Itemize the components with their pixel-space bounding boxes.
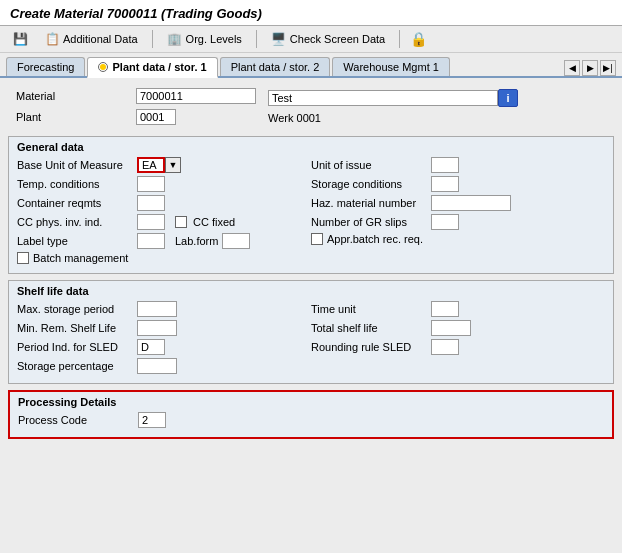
batch-mgmt-checkbox[interactable] <box>17 252 29 264</box>
material-input[interactable] <box>136 88 256 104</box>
toolbar-divider3 <box>399 30 400 48</box>
save-icon: 💾 <box>12 31 28 47</box>
rounding-rule-label: Rounding rule SLED <box>311 341 431 353</box>
temp-conditions-label: Temp. conditions <box>17 178 137 190</box>
lab-form-input[interactable] <box>222 233 250 249</box>
description-input[interactable] <box>268 90 498 106</box>
gr-slips-input[interactable] <box>431 214 459 230</box>
general-data-title: General data <box>17 141 605 153</box>
base-uom-select-button[interactable]: ▼ <box>165 157 181 173</box>
time-unit-label: Time unit <box>311 303 431 315</box>
batch-mgmt-label: Batch management <box>33 252 128 264</box>
plant-field-row: Plant <box>16 109 256 125</box>
cc-phys-input[interactable] <box>137 214 165 230</box>
additional-data-button[interactable]: 📋 Additional Data <box>40 29 142 49</box>
process-code-row: Process Code <box>18 412 604 428</box>
general-data-left: Base Unit of Measure ▼ Temp. conditions … <box>17 157 311 267</box>
cc-fixed-label: CC fixed <box>193 216 235 228</box>
tab-radio-dot <box>100 64 106 70</box>
container-reqmts-label: Container reqmts <box>17 197 137 209</box>
processing-title: Processing Details <box>18 396 604 408</box>
material-header: Material Plant i Werk 0001 <box>8 84 614 132</box>
storage-pct-row: Storage percentage <box>17 358 311 374</box>
tab-forecasting[interactable]: Forecasting <box>6 57 85 76</box>
tab-warehouse-mgmt[interactable]: Warehouse Mgmt 1 <box>332 57 450 76</box>
storage-pct-label: Storage percentage <box>17 360 137 372</box>
max-storage-row: Max. storage period <box>17 301 311 317</box>
description-row: i <box>268 89 518 107</box>
plant-desc: Werk 0001 <box>268 112 321 124</box>
base-uom-label: Base Unit of Measure <box>17 159 137 171</box>
processing-section: Processing Details Process Code <box>8 390 614 439</box>
org-levels-button[interactable]: 🏢 Org. Levels <box>163 29 246 49</box>
cc-fixed-checkbox[interactable] <box>175 216 187 228</box>
additional-data-label: Additional Data <box>63 33 138 45</box>
label-type-input[interactable] <box>137 233 165 249</box>
material-field-row: Material <box>16 88 256 104</box>
total-shelf-label: Total shelf life <box>311 322 431 334</box>
process-code-label: Process Code <box>18 414 138 426</box>
period-ind-label: Period Ind. for SLED <box>17 341 137 353</box>
check-screen-button[interactable]: 🖥️ Check Screen Data <box>267 29 389 49</box>
label-type-label: Label type <box>17 235 137 247</box>
tab-prev-button[interactable]: ◀ <box>564 60 580 76</box>
max-storage-label: Max. storage period <box>17 303 137 315</box>
base-uom-row: Base Unit of Measure ▼ <box>17 157 311 173</box>
storage-conditions-row: Storage conditions <box>311 176 605 192</box>
unit-of-issue-label: Unit of issue <box>311 159 431 171</box>
unit-of-issue-input[interactable] <box>431 157 459 173</box>
tab-plant-data-2[interactable]: Plant data / stor. 2 <box>220 57 331 76</box>
cc-phys-label: CC phys. inv. ind. <box>17 216 137 228</box>
rounding-rule-input[interactable] <box>431 339 459 355</box>
page-title: Create Material 7000011 (Trading Goods) <box>10 6 612 21</box>
base-uom-input[interactable] <box>137 157 165 173</box>
plant-input[interactable] <box>136 109 176 125</box>
tab-radio-icon <box>98 62 108 72</box>
tab-navigation: ◀ ▶ ▶| <box>564 60 616 76</box>
haz-material-row: Haz. material number <box>311 195 605 211</box>
plant-label: Plant <box>16 111 136 123</box>
additional-data-icon: 📋 <box>44 31 60 47</box>
temp-conditions-row: Temp. conditions <box>17 176 311 192</box>
appr-batch-checkbox[interactable] <box>311 233 323 245</box>
min-rem-input[interactable] <box>137 320 177 336</box>
toolbar-divider2 <box>256 30 257 48</box>
container-reqmts-input[interactable] <box>137 195 165 211</box>
tabs-bar: Forecasting Plant data / stor. 1 Plant d… <box>0 53 622 78</box>
temp-conditions-input[interactable] <box>137 176 165 192</box>
main-content: Material Plant i Werk 0001 General data <box>0 78 622 449</box>
max-storage-input[interactable] <box>137 301 177 317</box>
process-code-input[interactable] <box>138 412 166 428</box>
tab-next-button[interactable]: ▶ <box>582 60 598 76</box>
time-unit-input[interactable] <box>431 301 459 317</box>
storage-conditions-input[interactable] <box>431 176 459 192</box>
batch-mgmt-row: Batch management <box>17 252 311 264</box>
check-screen-icon: 🖥️ <box>271 31 287 47</box>
general-data-right: Unit of issue Storage conditions Haz. ma… <box>311 157 605 267</box>
total-shelf-input[interactable] <box>431 320 471 336</box>
shelf-life-left: Max. storage period Min. Rem. Shelf Life… <box>17 301 311 377</box>
org-levels-label: Org. Levels <box>186 33 242 45</box>
shelf-life-cols: Max. storage period Min. Rem. Shelf Life… <box>17 301 605 377</box>
toolbar: 💾 📋 Additional Data 🏢 Org. Levels 🖥️ Che… <box>0 26 622 53</box>
material-col-right: i Werk 0001 <box>268 89 518 127</box>
save-button[interactable]: 💾 <box>8 29 32 49</box>
min-rem-row: Min. Rem. Shelf Life <box>17 320 311 336</box>
rounding-rule-row: Rounding rule SLED <box>311 339 605 355</box>
tab-plant-data-1[interactable]: Plant data / stor. 1 <box>87 57 217 78</box>
haz-material-input[interactable] <box>431 195 511 211</box>
lab-form-group: Lab.form <box>175 233 250 249</box>
info-button[interactable]: i <box>498 89 518 107</box>
org-levels-icon: 🏢 <box>167 31 183 47</box>
time-unit-row: Time unit <box>311 301 605 317</box>
storage-pct-input[interactable] <box>137 358 177 374</box>
tab-plant-data-2-label: Plant data / stor. 2 <box>231 61 320 73</box>
tab-warehouse-mgmt-label: Warehouse Mgmt 1 <box>343 61 439 73</box>
shelf-life-title: Shelf life data <box>17 285 605 297</box>
period-ind-row: Period Ind. for SLED <box>17 339 311 355</box>
shelf-life-right: Time unit Total shelf life Rounding rule… <box>311 301 605 377</box>
general-data-section: General data Base Unit of Measure ▼ Temp… <box>8 136 614 274</box>
period-ind-input[interactable] <box>137 339 165 355</box>
gr-slips-row: Number of GR slips <box>311 214 605 230</box>
tab-last-button[interactable]: ▶| <box>600 60 616 76</box>
